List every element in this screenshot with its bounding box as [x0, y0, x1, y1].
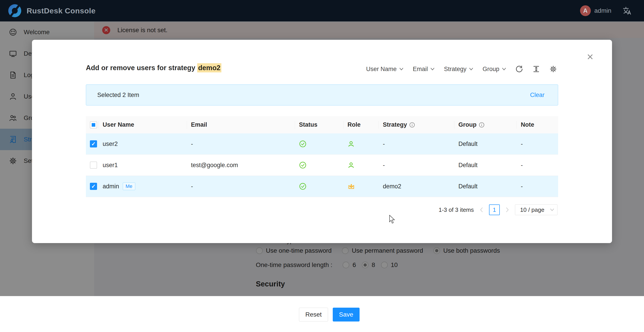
table-row-user1[interactable]: user1 test@google.com - Default -	[86, 155, 558, 176]
filter-group[interactable]: Group	[482, 66, 506, 73]
filter-user-name[interactable]: User Name	[366, 66, 404, 73]
col-strategy: Strategy	[379, 116, 454, 133]
next-page-icon[interactable]	[504, 207, 510, 213]
refresh-icon[interactable]	[516, 65, 523, 73]
user-menu[interactable]: A admin	[580, 5, 611, 16]
check-circle-icon	[299, 183, 306, 190]
rustdesk-logo-icon	[8, 4, 21, 17]
cell-note: -	[517, 162, 558, 169]
chevron-down-icon	[399, 68, 404, 70]
cell-user-name: user2	[98, 141, 187, 147]
cell-group: Default	[454, 141, 517, 147]
cell-user-name: admin Me	[98, 183, 187, 190]
col-note: Note	[517, 116, 558, 133]
selection-count-text: Selected 2 Item	[97, 92, 139, 98]
form-footer: Reset Save	[0, 296, 644, 332]
table-row-admin[interactable]: ✓ admin Me - demo2 Default -	[86, 176, 558, 197]
row-checkbox[interactable]	[90, 162, 97, 169]
info-icon[interactable]	[479, 122, 484, 128]
top-bar: RustDesk Console A admin	[0, 0, 644, 21]
save-button[interactable]: Save	[333, 308, 360, 322]
filter-email[interactable]: Email	[413, 66, 435, 73]
reset-button[interactable]: Reset	[299, 308, 328, 322]
cell-note: -	[517, 183, 558, 190]
user-name: admin	[594, 7, 611, 14]
clear-selection-link[interactable]: Clear	[530, 92, 544, 98]
cell-email: -	[187, 183, 295, 190]
table-row-user2[interactable]: ✓ user2 - - Default -	[86, 133, 558, 155]
chevron-down-icon	[469, 68, 473, 70]
chevron-down-icon	[502, 68, 506, 70]
pagination: 1-3 of 3 items 1 10 / page	[438, 204, 558, 215]
row-checkbox[interactable]: ✓	[90, 140, 97, 147]
check-circle-icon	[299, 140, 306, 148]
col-email: Email	[187, 116, 295, 133]
gear-icon[interactable]	[550, 65, 557, 73]
cell-user-name: user1	[98, 162, 187, 169]
page-size-select[interactable]: 10 / page	[515, 204, 558, 215]
chevron-down-icon	[550, 208, 554, 211]
pagination-total: 1-3 of 3 items	[438, 206, 474, 213]
cell-strategy: -	[379, 141, 454, 147]
modal-title: Add or remove users for strategy demo2	[86, 64, 222, 72]
chevron-down-icon	[430, 68, 434, 70]
col-status: Status	[295, 116, 344, 133]
row-checkbox[interactable]: ✓	[90, 183, 97, 190]
info-icon[interactable]	[409, 122, 415, 128]
user-role-icon	[348, 162, 355, 169]
col-user-name: User Name	[98, 116, 187, 133]
crown-icon	[348, 183, 355, 190]
translate-icon[interactable]	[622, 6, 632, 16]
select-all-checkbox[interactable]	[90, 121, 97, 128]
cell-group: Default	[454, 162, 517, 169]
app-title: RustDesk Console	[26, 6, 96, 15]
col-role: Role	[344, 116, 379, 133]
close-icon[interactable]: ×	[584, 50, 596, 63]
filter-strategy[interactable]: Strategy	[444, 66, 473, 73]
page-number[interactable]: 1	[489, 204, 500, 215]
cell-strategy: demo2	[379, 183, 454, 190]
prev-page-icon[interactable]	[478, 207, 484, 213]
cell-email: -	[187, 141, 295, 147]
avatar[interactable]: A	[580, 5, 591, 16]
cell-strategy: -	[379, 162, 454, 169]
column-height-icon[interactable]	[532, 65, 540, 73]
cell-note: -	[517, 141, 558, 147]
cell-email: test@google.com	[187, 162, 295, 169]
col-group: Group	[454, 116, 517, 133]
check-circle-icon	[299, 161, 306, 169]
filter-bar: User Name Email Strategy Group	[366, 65, 557, 73]
selection-bar: Selected 2 Item Clear	[86, 84, 558, 105]
table-header-row: User Name Email Status Role Strategy Gro…	[86, 116, 558, 133]
strategy-name-highlight: demo2	[197, 63, 222, 72]
me-badge: Me	[123, 183, 136, 190]
user-role-icon	[348, 140, 355, 147]
cell-group: Default	[454, 183, 517, 190]
users-table: User Name Email Status Role Strategy Gro…	[86, 116, 558, 197]
add-remove-users-modal: × Add or remove users for strategy demo2…	[32, 40, 612, 243]
